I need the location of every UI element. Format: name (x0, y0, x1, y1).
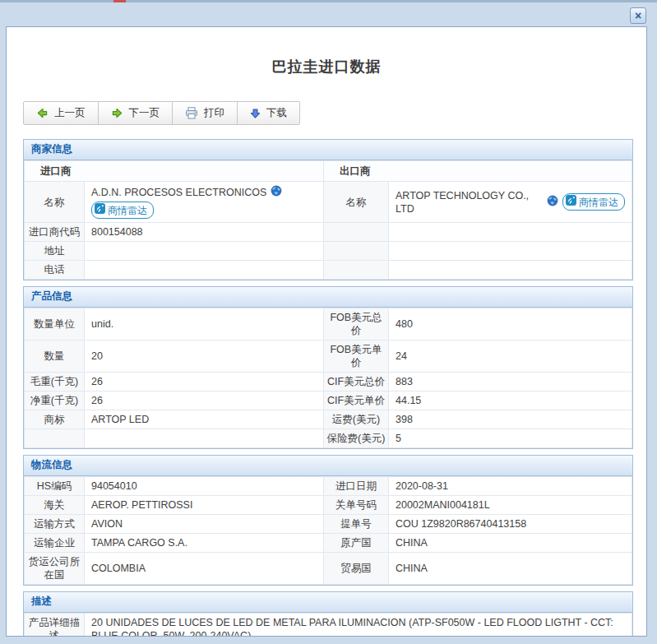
row-value: 20002MANI004181L (389, 496, 632, 515)
row-value: 26 (85, 391, 324, 410)
importer-code-value: 800154088 (85, 223, 324, 242)
row-label: 进口日期 (324, 477, 389, 496)
row-value: 24 (389, 341, 632, 373)
row-value: unid. (85, 308, 324, 341)
table-row: 电话 (25, 261, 632, 280)
row-label: 货运公司所在国 (25, 553, 85, 585)
row-label: HS编码 (25, 477, 85, 496)
next-page-label: 下一页 (129, 106, 160, 120)
table-row: 产品详细描述 20 UNIDADES DE LUCES DE LED DE ME… (25, 614, 632, 637)
row-value: CHINA (389, 534, 632, 553)
prev-page-button[interactable]: 上一页 (24, 102, 99, 124)
row-label: 数量单位 (25, 308, 85, 341)
empty-label-cell (324, 242, 389, 261)
table-row: 净重(千克) 26 CIF美元单价 44.15 (25, 391, 632, 410)
table-row: 运输企业 TAMPA CARGO S.A. 原产国 CHINA (25, 534, 632, 553)
print-label: 打印 (204, 106, 224, 120)
table-row: 数量单位 unid. FOB美元总价 480 (25, 308, 632, 341)
importer-name-label: 名称 (25, 182, 85, 223)
row-value: CHINA (389, 553, 632, 585)
table-row: 毛重(千克) 26 CIF美元总价 883 (25, 373, 632, 391)
row-label: FOB美元单价 (324, 341, 389, 373)
table-row: 货运公司所在国 COLOMBIA 贸易国 CHINA (25, 553, 632, 585)
phone-value (85, 261, 324, 280)
empty-label-cell (324, 223, 389, 242)
logistics-table: HS编码 94054010 进口日期 2020-08-31 海关 AEROP. … (24, 476, 632, 585)
row-label: 海关 (25, 496, 85, 515)
section-title: 产品信息 (24, 287, 632, 308)
close-button[interactable]: × (630, 7, 646, 24)
row-label: 数量 (25, 341, 85, 373)
importer-code-label: 进口商代码 (25, 223, 85, 242)
row-label: CIF美元总价 (324, 373, 389, 391)
globe-icon[interactable] (271, 185, 282, 200)
table-row: 海关 AEROP. PETTIROSSI 关单号码 20002MANI00418… (25, 496, 632, 515)
table-row: 运输方式 AVION 提单号 COU 1Z9820R86740413158 (25, 515, 632, 534)
table-row: 地址 (25, 242, 632, 261)
exporter-name-cell: ARTOP TECHNOLOGY CO., LTD 商情雷达 (389, 182, 632, 223)
row-label: CIF美元单价 (324, 391, 389, 410)
print-button[interactable]: 打印 (173, 102, 238, 124)
table-row: 商标 ARTOP LED 运费(美元) 398 (25, 410, 632, 429)
row-value: TAMPA CARGO S.A. (85, 534, 324, 553)
row-label: 运费(美元) (324, 410, 389, 429)
close-icon: × (635, 9, 641, 22)
screenshot-stage: × 巴拉圭进口数据 上一页 下一页 (0, 0, 657, 644)
row-value: 480 (389, 308, 632, 341)
importer-header: 进口商 (25, 161, 324, 182)
row-label: 运输企业 (25, 534, 85, 553)
row-value: 5 (389, 429, 632, 448)
row-label: 原产国 (324, 534, 389, 553)
empty-label-cell (324, 261, 389, 280)
row-value: COLOMBIA (85, 553, 324, 585)
section-title: 物流信息 (24, 456, 632, 476)
table-row: 保险费(美元) 5 (25, 429, 632, 448)
dialog-content-panel: 巴拉圭进口数据 上一页 下一页 (6, 26, 647, 637)
row-value: 44.15 (389, 391, 632, 410)
table-row: HS编码 94054010 进口日期 2020-08-31 (25, 477, 632, 496)
row-value: 2020-08-31 (389, 477, 632, 496)
arrow-left-icon (36, 107, 49, 119)
row-value (85, 429, 324, 448)
row-label: 贸易国 (324, 553, 389, 585)
row-label: 毛重(千克) (25, 373, 85, 391)
arrow-down-icon (250, 108, 261, 119)
download-button[interactable]: 下载 (238, 102, 299, 124)
printer-icon (185, 107, 198, 119)
row-value: 94054010 (85, 477, 324, 496)
section-product-info: 产品信息 数量单位 unid. FOB美元总价 480 数量 20 FOB美元单… (23, 286, 633, 449)
prev-page-label: 上一页 (54, 106, 86, 120)
section-description: 描述 产品详细描述 20 UNIDADES DE LUCES DE LED DE… (23, 591, 633, 637)
merchant-table: 进口商 出口商 名称 A.D.N. PROCESOS ELECTRONICOS (24, 160, 632, 280)
description-table: 产品详细描述 20 UNIDADES DE LUCES DE LED DE ME… (24, 613, 632, 637)
row-value: COU 1Z9820R86740413158 (389, 515, 632, 534)
row-value: AVION (85, 515, 324, 534)
row-value: 883 (389, 373, 632, 391)
row-value: AEROP. PETTIROSSI (85, 496, 324, 515)
dialog-window: × 巴拉圭进口数据 上一页 下一页 (0, 2, 657, 644)
row-value: ARTOP LED (85, 410, 324, 429)
section-logistics-info: 物流信息 HS编码 94054010 进口日期 2020-08-31 海关 AE… (23, 455, 633, 586)
address-value (85, 242, 324, 261)
table-row: 进口商 出口商 (25, 161, 632, 182)
row-label: 保险费(美元) (324, 429, 389, 448)
row-label: 运输方式 (25, 515, 85, 534)
section-title: 商家信息 (24, 140, 632, 160)
product-table: 数量单位 unid. FOB美元总价 480 数量 20 FOB美元单价 24 … (24, 308, 632, 448)
product-description-label: 产品详细描述 (25, 614, 85, 637)
page-title: 巴拉圭进口数据 (7, 57, 646, 76)
radar-badge[interactable]: 商情雷达 (91, 202, 154, 219)
radar-dish-icon (566, 195, 576, 209)
radar-badge-label: 商情雷达 (108, 204, 147, 217)
radar-dish-icon (95, 203, 105, 217)
radar-badge[interactable]: 商情雷达 (562, 193, 625, 211)
row-label: 提单号 (324, 515, 389, 534)
table-row: 数量 20 FOB美元单价 24 (25, 341, 632, 373)
importer-name-cell: A.D.N. PROCESOS ELECTRONICOS (85, 182, 324, 223)
row-label: 净重(千克) (25, 391, 85, 410)
section-title: 描述 (24, 592, 632, 613)
globe-icon[interactable] (547, 195, 558, 210)
next-page-button[interactable]: 下一页 (99, 102, 174, 124)
row-value: 26 (85, 373, 324, 391)
empty-value-cell (389, 261, 632, 280)
